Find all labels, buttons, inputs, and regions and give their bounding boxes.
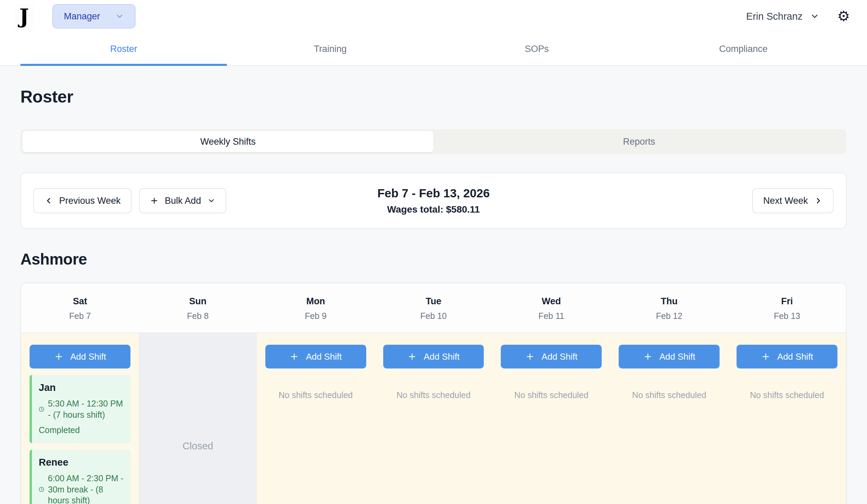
main-content: Roster Weekly Shifts Reports Previous We… [0,66,867,504]
toggle-weekly-shifts[interactable]: Weekly Shifts [22,131,434,152]
tab-sops[interactable]: SOPs [434,33,640,65]
chevron-down-icon [207,197,215,205]
day-header-tue: Tue Feb 10 [375,296,493,321]
closed-label: Closed [182,440,213,452]
gear-icon: ⚙ [837,8,850,24]
shift-status: Completed [39,425,124,435]
add-shift-button[interactable]: Add Shift [619,345,719,368]
view-toggle: Weekly Shifts Reports [20,129,847,154]
day-column-mon: Add Shift No shifts scheduled [257,333,375,504]
week-navigation-card: Previous Week Bulk Add Feb 7 - Feb 13, 2… [20,172,847,229]
shift-time-text: 5:30 AM - 12:30 PM - (7 hours shift) [48,398,124,420]
user-menu[interactable]: Erin Schranz [746,11,820,22]
add-shift-button[interactable]: Add Shift [30,345,130,368]
day-header-sat: Sat Feb 7 [21,296,139,321]
plus-icon [643,352,653,361]
chevron-left-icon [44,196,53,205]
add-shift-button[interactable]: Add Shift [383,345,484,368]
plus-icon [525,352,535,361]
add-shift-button[interactable]: Add Shift [501,345,602,368]
wages-total: Wages total: $580.11 [377,204,490,215]
no-shifts-label: No shifts scheduled [501,390,602,400]
plus-icon [150,196,159,205]
main-tabs: Roster Training SOPs Compliance [20,33,847,65]
day-header-wed: Wed Feb 11 [492,296,610,321]
app-logo: J [14,5,34,28]
chevron-down-icon [810,12,820,21]
page-title: Roster [20,66,847,107]
day-column-sun: Closed [139,333,257,504]
next-week-label: Next Week [763,196,808,206]
day-header-thu: Thu Feb 12 [610,296,728,321]
plus-icon [289,352,299,361]
day-column-sat: Add Shift Jan 5:30 AM - 12:30 PM - (7 ho… [21,333,139,504]
shift-card[interactable]: Renee 6:00 AM - 2:30 PM - 30m break - (8… [30,450,130,504]
day-header-fri: Fri Feb 13 [728,296,846,321]
shift-employee-name: Renee [39,457,124,468]
day-header-mon: Mon Feb 9 [257,296,375,321]
chevron-right-icon [814,196,823,205]
previous-week-label: Previous Week [59,196,121,206]
chevron-down-icon [115,12,124,21]
app-header: J Manager Erin Schranz ⚙ Roster Training… [0,0,867,66]
tab-compliance[interactable]: Compliance [640,33,847,65]
day-column-thu: Add Shift No shifts scheduled [610,333,728,504]
shift-employee-name: Jan [39,382,124,393]
bulk-add-label: Bulk Add [165,196,201,206]
toggle-reports[interactable]: Reports [434,131,845,152]
shift-card[interactable]: Jan 5:30 AM - 12:30 PM - (7 hours shift)… [30,375,130,443]
week-date-range: Feb 7 - Feb 13, 2026 [377,186,490,200]
grid-header-row: Sat Feb 7 Sun Feb 8 Mon Feb 9 Tue Feb 10… [21,283,846,333]
clock-icon [39,407,44,412]
bulk-add-button[interactable]: Bulk Add [139,188,226,213]
location-title: Ashmore [20,250,847,268]
shift-time-text: 6:00 AM - 2:30 PM - 30m break - (8 hours… [48,473,124,504]
clock-icon [39,487,44,492]
plus-icon [54,352,64,361]
no-shifts-label: No shifts scheduled [265,390,366,400]
day-column-tue: Add Shift No shifts scheduled [375,333,493,504]
plus-icon [407,352,417,361]
no-shifts-label: No shifts scheduled [619,390,719,400]
tab-training[interactable]: Training [227,33,434,65]
settings-button[interactable]: ⚙ [837,9,850,23]
previous-week-button[interactable]: Previous Week [33,188,131,213]
user-name: Erin Schranz [746,11,802,22]
top-bar: J Manager Erin Schranz ⚙ [0,0,867,33]
plus-icon [761,352,771,361]
add-shift-button[interactable]: Add Shift [737,345,837,368]
no-shifts-label: No shifts scheduled [383,390,484,400]
week-summary: Feb 7 - Feb 13, 2026 Wages total: $580.1… [377,186,490,215]
day-column-wed: Add Shift No shifts scheduled [492,333,610,504]
next-week-button[interactable]: Next Week [752,188,834,213]
no-shifts-label: No shifts scheduled [737,390,837,400]
day-column-fri: Add Shift No shifts scheduled [728,333,846,504]
role-selector-label: Manager [64,11,100,22]
tab-roster[interactable]: Roster [20,33,227,65]
day-header-sun: Sun Feb 8 [139,296,257,321]
add-shift-button[interactable]: Add Shift [265,345,366,368]
grid-body: Add Shift Jan 5:30 AM - 12:30 PM - (7 ho… [21,333,846,504]
role-selector-dropdown[interactable]: Manager [52,4,136,29]
roster-grid: Sat Feb 7 Sun Feb 8 Mon Feb 9 Tue Feb 10… [20,282,847,504]
